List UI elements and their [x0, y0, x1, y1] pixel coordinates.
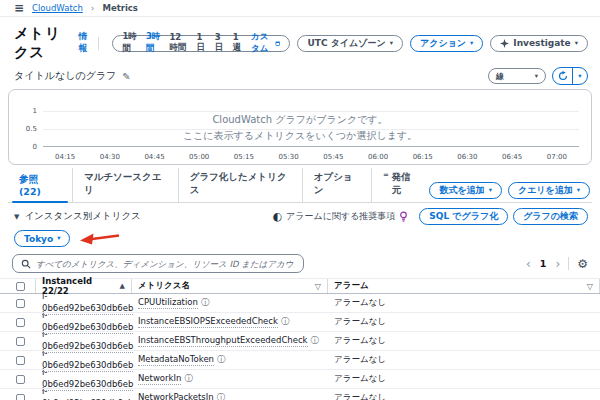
edit-pencil-icon[interactable]: ✎: [122, 71, 130, 82]
info-icon[interactable]: ⓘ: [311, 335, 320, 347]
graph-title: タイトルなしのグラフ: [14, 69, 116, 83]
alarm-status: アラームなし: [334, 392, 386, 400]
pagination: ‹ 1 ›: [526, 258, 560, 270]
chart-type-label: 線: [496, 71, 504, 82]
divider: [98, 37, 99, 50]
info-icon[interactable]: ⓘ: [201, 297, 210, 309]
investigate-label: Investigate: [513, 38, 570, 48]
tab[interactable]: = 発信元: [371, 168, 429, 202]
row-checkbox[interactable]: [16, 318, 25, 327]
search-icon: [21, 259, 31, 269]
add-query-button[interactable]: クエリを追加 ▾: [508, 182, 590, 199]
gear-icon[interactable]: ⚙: [577, 258, 588, 270]
investigate-button[interactable]: Investigate ▾: [490, 35, 588, 52]
lightbulb-icon: [399, 211, 408, 222]
select-all-checkbox[interactable]: [16, 282, 25, 291]
metrics-table-body: i-0b6ed92be630db6eb CPUUtilization ⓘ アラー…: [0, 294, 600, 400]
time-range-segmented-control: 1時間 3時間 12時間 1日: [112, 35, 290, 52]
search-graphs-button[interactable]: グラフの検索: [513, 208, 588, 225]
tab[interactable]: = 参照 (22): [8, 170, 72, 202]
row-checkbox[interactable]: [16, 375, 25, 384]
chart-canvas: 10.50 CloudWatch グラフがブランクです。 ここに表示するメトリク…: [8, 89, 592, 165]
empty-chart-title: CloudWatch グラフがブランクです。: [9, 112, 591, 128]
sql-graph-label: SQL でグラフ化: [429, 210, 498, 223]
tab[interactable]: = オプション: [302, 168, 371, 202]
metric-name: InstanceEBSIOPSExceededCheck: [138, 316, 278, 328]
x-tick-label: 06:15: [413, 153, 433, 161]
actions-label: アクション: [420, 37, 466, 50]
breadcrumb-bar: ≡ CloudWatch › Metrics: [0, 0, 600, 17]
alarm-recommendation-toggle[interactable]: ◐: [272, 211, 282, 222]
alarm-status: アラームなし: [334, 335, 386, 347]
row-checkbox[interactable]: [16, 299, 25, 308]
info-icon[interactable]: ⓘ: [217, 392, 226, 400]
time-range-option[interactable]: 3日: [215, 32, 224, 54]
current-page[interactable]: 1: [540, 258, 547, 269]
collapse-caret-icon[interactable]: ▼: [14, 213, 19, 221]
sort-ascending-icon[interactable]: ▲: [114, 282, 125, 290]
row-checkbox[interactable]: [16, 394, 25, 400]
column-label: メトリクス名: [138, 280, 190, 292]
section-title: インスタンス別メトリクス: [24, 210, 140, 223]
instance-metrics-section-header: ▼ インスタンス別メトリクス ◐ アラームに関する推奨事項 SQL でグラフ化 …: [0, 203, 600, 227]
tab[interactable]: = グラフ化したメトリクス: [178, 168, 302, 202]
region-dropdown[interactable]: Tokyo ▾: [14, 230, 70, 247]
time-range-option[interactable]: 3時間: [146, 31, 160, 55]
time-range-option[interactable]: 1時間: [122, 31, 136, 55]
instance-id: i-0b6ed92be630db6eb: [42, 386, 133, 400]
metrics-search-field[interactable]: [12, 254, 304, 273]
metrics-tabs: = 参照 (22) = マルチソースクエリ = グラフ化したメトリクス = オプ…: [8, 168, 592, 203]
actions-button[interactable]: アクション ▾: [410, 35, 483, 52]
time-range-option[interactable]: 12時間: [169, 32, 187, 54]
time-range-label: 1週: [233, 32, 242, 54]
add-math-button[interactable]: 数式を追加 ▾: [429, 182, 501, 199]
row-checkbox[interactable]: [16, 356, 25, 365]
x-tick-label: 05:15: [234, 153, 254, 161]
graph-title-row: タイトルなしのグラフ ✎ 線 ▾ ▾: [0, 65, 600, 88]
x-tick-label: 04:45: [144, 153, 164, 161]
tab[interactable]: = マルチソースクエリ: [72, 168, 178, 202]
previous-page-icon[interactable]: ‹: [526, 258, 531, 270]
chevron-down-icon: ▾: [575, 40, 578, 47]
column-header-alarm[interactable]: アラーム ▽: [328, 279, 600, 293]
tab-label: マルチソースクエリ: [84, 171, 167, 197]
time-range-option[interactable]: カスタム: [251, 31, 281, 55]
time-range-option[interactable]: 1日: [197, 32, 206, 54]
investigate-sparkle-icon: [500, 39, 509, 48]
chart-type-dropdown[interactable]: 線 ▾: [488, 68, 546, 84]
table-row[interactable]: i-0b6ed92be630db6eb NetworkPacketsIn ⓘ ア…: [0, 389, 600, 400]
breadcrumb-current: Metrics: [102, 3, 138, 13]
next-page-icon[interactable]: ›: [555, 258, 560, 270]
sql-graph-button[interactable]: SQL でグラフ化: [419, 208, 508, 225]
empty-chart-subtitle: ここに表示するメトリクスをいくつか選択します。: [9, 128, 591, 144]
refresh-split-button[interactable]: ▾: [552, 67, 588, 85]
info-icon[interactable]: ⓘ: [281, 316, 290, 328]
table-toolbar: ‹ 1 › ⚙: [0, 251, 600, 277]
x-tick-label: 06:00: [368, 153, 388, 161]
breadcrumb-separator-icon: ›: [91, 3, 95, 13]
time-range-label: 3時間: [146, 31, 160, 55]
refresh-icon[interactable]: [553, 68, 572, 84]
row-checkbox[interactable]: [16, 337, 25, 346]
calendar-icon: [275, 39, 280, 48]
column-header-metric-name[interactable]: メトリクス名 ▽: [132, 279, 328, 293]
chevron-down-icon: ▾: [489, 187, 492, 194]
info-link[interactable]: 情報: [78, 31, 90, 55]
time-range-label: 1日: [197, 32, 206, 54]
chevron-down-icon: ▾: [535, 73, 538, 80]
info-icon[interactable]: ⓘ: [217, 354, 226, 366]
tab-label: 発信元: [392, 171, 419, 197]
tab-label: 参照 (22): [19, 173, 61, 197]
refresh-options-chevron-icon[interactable]: ▾: [572, 68, 587, 84]
breadcrumb-cloudwatch-link[interactable]: CloudWatch: [32, 3, 83, 13]
timezone-dropdown[interactable]: UTC タイムゾーン ▾: [297, 35, 403, 52]
search-input[interactable]: [36, 259, 295, 269]
source-icon: =: [383, 171, 389, 181]
sort-icon[interactable]: ▽: [581, 282, 593, 291]
hamburger-menu-icon[interactable]: ≡: [14, 1, 24, 15]
sort-icon[interactable]: ▽: [309, 282, 321, 291]
info-icon[interactable]: ⓘ: [184, 373, 193, 385]
metric-name: NetworkIn: [138, 373, 181, 385]
time-range-option[interactable]: 1週: [233, 32, 242, 54]
tab-label: グラフ化したメトリクス: [190, 171, 291, 197]
